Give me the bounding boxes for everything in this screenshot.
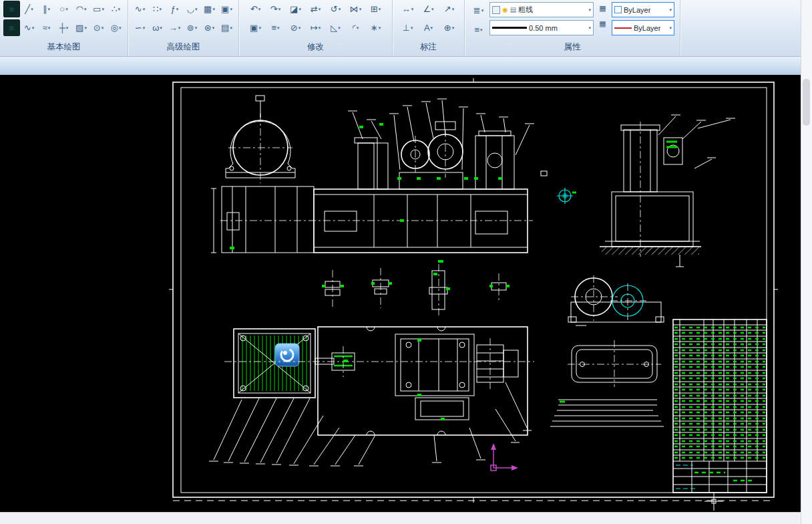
group-label-dimension: 标注 [399, 39, 457, 56]
elliptic-arc-icon[interactable]: ◡▾ [184, 1, 200, 17]
chevron-down-icon: ▾ [588, 25, 591, 31]
center-line-icon[interactable]: ┼▾ [55, 19, 72, 36]
mirror-icon[interactable]: ⋈▾ [347, 1, 364, 17]
dropdown-arrow-icon: ▾ [178, 25, 181, 31]
hatch-icon[interactable]: ▨▾ [73, 19, 89, 36]
linetype-list-button[interactable]: ≣▾ [470, 2, 487, 19]
ellipse-icon[interactable]: ⊙▾ [90, 19, 107, 36]
explode-icon: ∗ [371, 23, 378, 32]
rectangle-icon[interactable]: ▭▾ [90, 1, 107, 17]
leader-icon: ↗ [444, 5, 451, 13]
angular-dimension-icon[interactable]: ∠▾ [420, 1, 437, 17]
lineweight-list-button[interactable]: ≡▾ [470, 21, 487, 38]
spring-icon[interactable]: ω▾ [149, 19, 166, 36]
dropdown-arrow-icon: ▾ [277, 25, 280, 31]
selection-target-marker [557, 188, 576, 204]
color-select[interactable]: ByLayer ▾ [612, 2, 674, 17]
profile-icon[interactable]: ▤▾ [218, 19, 235, 36]
arrow-line-icon[interactable]: →▾ [166, 19, 183, 36]
tolerance-icon[interactable]: ⊕▾ [441, 19, 457, 36]
pen-color-swatch-icon[interactable]: ■ [3, 1, 20, 17]
explode-icon[interactable]: ∗▾ [367, 19, 384, 36]
profile-icon: ▤ [221, 23, 229, 32]
vertical-scrollbar[interactable] [801, 0, 812, 524]
erase-icon[interactable]: ◪▾ [287, 1, 304, 17]
formula-curve-icon[interactable]: ƒ▾ [166, 1, 183, 17]
text-icon: A [424, 23, 430, 32]
move-icon: ⇄ [311, 5, 318, 13]
angular-dimension-icon: ∠ [423, 5, 431, 13]
basic-draw-row-1: ■╱▾∥▾○▾◠▾▭▾∴▾ [3, 1, 124, 17]
move-icon[interactable]: ⇄▾ [307, 1, 324, 17]
ribbon-toolbar: ■╱▾∥▾○▾◠▾▭▾∴▾ ■∿▾≈▾┼▾▨▾⊙▾◎▾ 基本绘图 ∿▾∷▾ƒ▾◡… [0, 0, 812, 57]
table-icon[interactable]: ▦▾ [201, 1, 218, 17]
block-icon[interactable]: ▣▾ [218, 1, 235, 17]
datum-icon[interactable]: ⊥▾ [399, 19, 416, 36]
dropdown-arrow-icon: ▾ [258, 25, 261, 31]
dropdown-arrow-icon: ▾ [338, 25, 341, 31]
revision-cloud-icon[interactable]: ◎▾ [108, 19, 124, 36]
gear-icon: ⊛ [204, 23, 212, 32]
fillet-icon[interactable]: ◜▾ [347, 19, 364, 36]
dropdown-arrow-icon: ▾ [319, 7, 321, 12]
point-array-icon[interactable]: ∷▾ [149, 1, 166, 17]
dropdown-arrow-icon: ▾ [143, 25, 146, 31]
sine-wave-icon[interactable]: ∽▾ [132, 19, 148, 36]
ribbon-group-properties: ≣▾ ≡▾ ◉ ▤ 粗线 ▾ 0.50 mm ▾ [465, 0, 680, 56]
chamfer-icon: ◺ [331, 23, 337, 32]
chamfer-icon[interactable]: ◺▾ [327, 19, 344, 36]
spline-icon[interactable]: ∿▾ [21, 19, 37, 36]
circle-icon[interactable]: ○▾ [55, 1, 72, 17]
undo-icon[interactable]: ↶▾ [247, 1, 264, 17]
linewidth-select[interactable]: 0.50 mm ▾ [489, 20, 594, 35]
chevron-down-icon: ▾ [669, 25, 672, 31]
scrollbar-thumb[interactable] [803, 79, 810, 126]
ribbon-group-basic-draw: ■╱▾∥▾○▾◠▾▭▾∴▾ ■∿▾≈▾┼▾▨▾⊙▾◎▾ 基本绘图 [0, 0, 128, 56]
undo-icon: ↶ [250, 5, 258, 13]
dropdown-arrow-icon: ▾ [452, 25, 455, 31]
dropdown-arrow-icon: ▾ [359, 7, 362, 12]
group-label-properties: 属性 [470, 39, 674, 56]
hole-pattern-icon[interactable]: ⊚▾ [184, 19, 200, 36]
redo-icon[interactable]: ↷▾ [267, 1, 284, 17]
trim-icon[interactable]: ⊘▾ [287, 19, 304, 36]
formula-curve-icon: ƒ [171, 5, 176, 13]
dropdown-arrow-icon: ▾ [160, 25, 162, 31]
dropdown-arrow-icon: ▾ [230, 7, 232, 12]
line-icon[interactable]: ╱▾ [21, 1, 37, 17]
dropdown-arrow-icon: ▾ [32, 25, 35, 31]
dropdown-arrow-icon: ▾ [119, 25, 122, 31]
dropdown-arrow-icon: ▾ [176, 7, 179, 12]
text-icon[interactable]: A▾ [420, 19, 437, 36]
leader-icon[interactable]: ↗▾ [441, 1, 457, 17]
offset-icon[interactable]: ≡▾ [267, 19, 284, 36]
parallel-line-icon[interactable]: ∥▾ [38, 1, 55, 17]
linear-dimension-icon[interactable]: ↔▾ [399, 1, 416, 17]
extend-icon[interactable]: ↦▾ [307, 19, 324, 36]
scale-icon[interactable]: ⊞▾ [367, 1, 384, 17]
drawing-canvas[interactable] [0, 75, 801, 512]
fill-color-swatch-icon[interactable]: ■ [3, 19, 20, 36]
arrow-line-icon: → [169, 23, 178, 32]
arc-icon[interactable]: ◠▾ [73, 1, 89, 17]
dropdown-arrow-icon: ▾ [212, 7, 215, 12]
wave-line-icon[interactable]: ≈▾ [38, 19, 55, 36]
group-label-modify: 修改 [247, 39, 384, 56]
basic-draw-row-2: ■∿▾≈▾┼▾▨▾⊙▾◎▾ [3, 19, 124, 36]
linetype-list-icon: ≣ [473, 6, 481, 15]
linetype-select[interactable]: ByLayer ▾ [612, 20, 674, 35]
gear-icon[interactable]: ⊛▾ [201, 19, 218, 36]
linetype-settings-button[interactable]: ▦ [596, 17, 609, 30]
point-icon[interactable]: ∴▾ [108, 1, 124, 17]
dropdown-arrow-icon: ▾ [118, 7, 120, 12]
point-array-icon: ∷ [153, 5, 158, 13]
dropdown-arrow-icon: ▾ [411, 25, 413, 31]
fit-spline-icon[interactable]: ∿▾ [132, 1, 148, 17]
copy-icon[interactable]: ▣▾ [247, 19, 264, 36]
dropdown-arrow-icon: ▾ [195, 7, 198, 12]
layer-select[interactable]: ◉ ▤ 粗线 ▾ [489, 2, 594, 17]
elliptic-arc-icon: ◡ [187, 5, 194, 13]
datum-icon: ⊥ [403, 23, 410, 32]
rotate-icon[interactable]: ↺▾ [327, 1, 344, 17]
layer-settings-button[interactable]: ▦ [596, 2, 609, 15]
